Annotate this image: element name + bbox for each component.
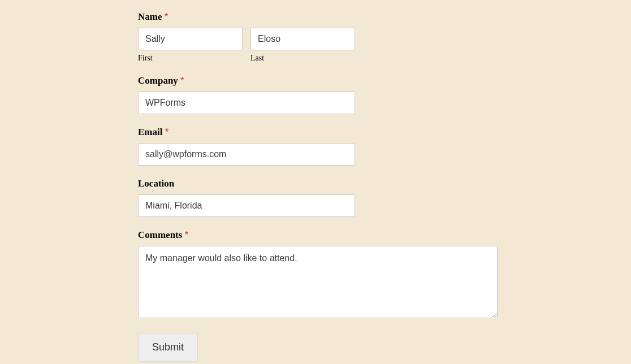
email-input[interactable] — [138, 143, 355, 166]
first-name-sublabel: First — [138, 54, 243, 63]
location-label-text: Location — [138, 178, 174, 189]
name-label-text: Name — [138, 11, 162, 22]
required-marker: * — [185, 229, 189, 240]
name-row: First Last — [138, 28, 631, 63]
registration-form: Name * First Last Company * Email * — [138, 11, 631, 362]
comments-label: Comments * — [138, 229, 631, 241]
first-name-input[interactable] — [138, 28, 243, 50]
company-label: Company * — [138, 75, 631, 86]
name-label: Name * — [138, 11, 631, 23]
company-input[interactable] — [138, 92, 355, 114]
location-input[interactable] — [138, 194, 355, 217]
name-field-group: Name * First Last — [138, 11, 631, 63]
required-marker: * — [165, 11, 168, 22]
email-label: Email * — [138, 127, 631, 138]
last-name-col: Last — [250, 28, 355, 63]
comments-textarea[interactable] — [138, 246, 498, 318]
location-label: Location — [138, 178, 631, 189]
comments-label-text: Comments — [138, 229, 182, 240]
last-name-input[interactable] — [250, 28, 355, 50]
company-field-group: Company * — [138, 75, 631, 114]
last-name-sublabel: Last — [250, 54, 355, 63]
email-label-text: Email — [138, 127, 162, 137]
required-marker: * — [180, 75, 184, 86]
location-field-group: Location — [138, 178, 631, 217]
comments-field-group: Comments * — [138, 229, 631, 320]
submit-button[interactable]: Submit — [138, 333, 198, 362]
company-label-text: Company — [138, 75, 178, 86]
first-name-col: First — [138, 28, 243, 63]
email-field-group: Email * — [138, 127, 631, 166]
required-marker: * — [165, 127, 169, 137]
